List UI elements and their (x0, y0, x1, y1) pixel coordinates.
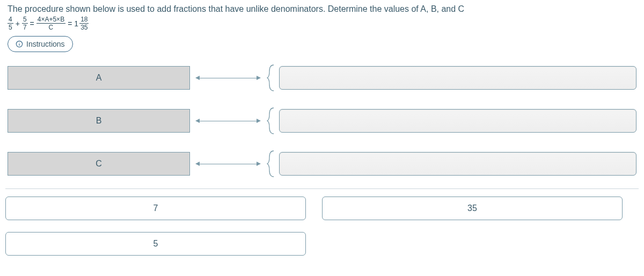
match-row-c: C (8, 150, 636, 178)
drop-target-c[interactable] (279, 152, 636, 176)
label-slot-a: A (8, 66, 190, 90)
fraction-3: 4×A+5×B C (36, 16, 65, 31)
equation: 4 5 + 5 7 = 4×A+5×B C = 1 18 35 (8, 16, 636, 31)
brace-icon (266, 64, 277, 92)
instructions-label: Instructions (26, 40, 65, 48)
fraction-2: 5 7 (22, 16, 28, 31)
fraction-3-num: 4×A+5×B (36, 16, 65, 24)
plus-sign: + (16, 19, 20, 28)
fraction-2-den: 7 (23, 24, 27, 31)
brace-icon (266, 107, 277, 135)
mixed-fraction: 18 35 (79, 16, 89, 31)
drop-target-b[interactable] (279, 109, 636, 133)
fraction-3-den: C (49, 24, 54, 31)
equals-sign-2: = (68, 19, 72, 28)
match-row-b: B (8, 107, 636, 135)
question-prompt: The procedure shown below is used to add… (8, 4, 636, 14)
fraction-1-num: 4 (8, 16, 13, 24)
label-slot-c: C (8, 152, 190, 176)
instructions-button[interactable]: Instructions (8, 36, 73, 52)
mixed-number: 1 18 35 (74, 16, 89, 31)
match-arrow-icon (199, 121, 258, 121)
tile-35[interactable]: 35 (322, 197, 623, 220)
tile-7[interactable]: 7 (5, 197, 306, 220)
mixed-num: 18 (79, 16, 89, 24)
brace-icon (266, 150, 277, 178)
drop-target-a[interactable] (279, 66, 636, 90)
match-row-a: A (8, 64, 636, 92)
label-slot-b: B (8, 109, 190, 133)
fraction-1: 4 5 (8, 16, 13, 31)
equals-sign: = (30, 19, 34, 28)
tile-row-1: 7 35 (5, 197, 639, 220)
svg-point-2 (19, 42, 19, 43)
tile-row-2: 5 (5, 232, 639, 256)
tile-bank: 7 35 5 (5, 197, 639, 256)
tile-5[interactable]: 5 (5, 232, 306, 256)
fraction-2-num: 5 (22, 16, 28, 24)
match-area: A B C (8, 64, 636, 178)
match-arrow-icon (199, 164, 258, 164)
drop-target-c-wrap (266, 150, 636, 178)
mixed-den: 35 (80, 24, 87, 31)
info-icon (16, 40, 23, 48)
drop-target-b-wrap (266, 107, 636, 135)
divider: 7 35 5 (5, 188, 639, 256)
drop-target-a-wrap (266, 64, 636, 92)
mixed-whole: 1 (74, 19, 78, 28)
fraction-1-den: 5 (9, 24, 12, 31)
match-arrow-icon (199, 78, 258, 78)
